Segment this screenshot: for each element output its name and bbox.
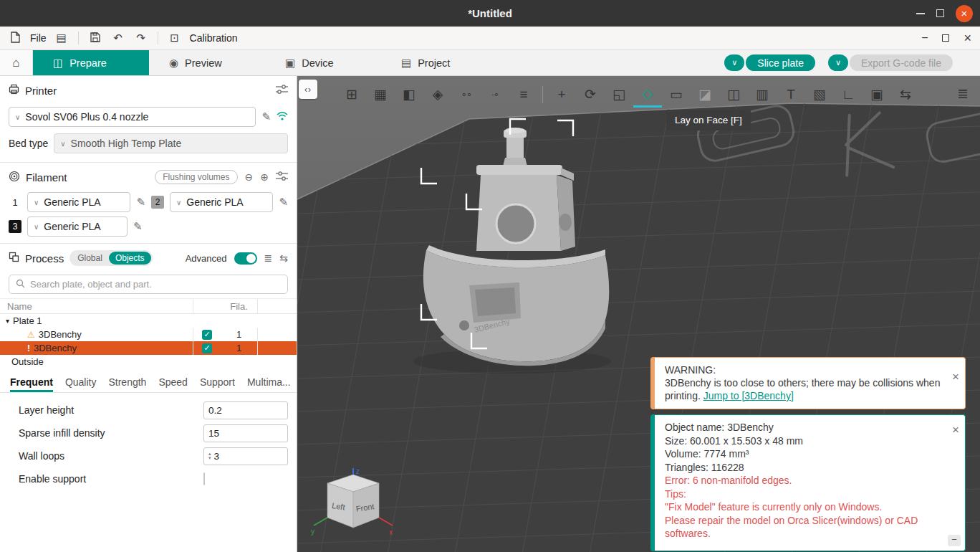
app-restore-button[interactable] (942, 34, 949, 42)
param-wall-loops: Wall loops ▴ ▾ (0, 444, 297, 467)
tab-multimaterial[interactable]: Multima... (247, 376, 291, 392)
slice-plate-button[interactable]: Slice plate (746, 54, 815, 71)
warning-message: 3DBenchy is too close to others; there m… (665, 376, 946, 402)
wifi-icon[interactable] (277, 111, 288, 123)
cut-icon[interactable]: ▭ (662, 82, 691, 107)
outside-label: Outside (0, 356, 297, 367)
save-icon[interactable] (87, 32, 103, 44)
stepper-control[interactable]: ▴ ▾ (208, 452, 211, 460)
chevron-down-icon: ∨ (176, 199, 181, 206)
add-object-icon[interactable]: ⊞ (337, 82, 366, 107)
seam-painting-icon[interactable]: ◪ (691, 82, 719, 107)
menu-icon[interactable]: ▤ (54, 32, 69, 44)
flushing-volumes-button[interactable]: Flushing volumes (155, 170, 237, 184)
stepper-down-icon[interactable]: ▾ (208, 456, 211, 460)
edit-filament-2-icon[interactable]: ✎ (279, 196, 288, 209)
sidebar-collapse-button[interactable]: ‹› (299, 80, 317, 99)
tab-support[interactable]: Support (200, 376, 235, 392)
search-input[interactable] (30, 279, 281, 290)
printer-select[interactable]: ∨ Sovol SV06 Plus 0.4 nozzle (9, 107, 256, 127)
object-name: 3DBenchy (34, 343, 77, 353)
support-painting-icon[interactable]: ◫ (719, 82, 748, 107)
close-info-icon[interactable]: × (952, 424, 959, 437)
assembly-view-icon[interactable]: ▣ (863, 82, 891, 107)
rotate-icon[interactable]: ⟳ (576, 82, 605, 107)
tab-project[interactable]: ▤ Project (381, 50, 497, 75)
arrange-icon[interactable]: ◧ (395, 82, 423, 107)
color-painting-icon[interactable]: ▥ (748, 82, 777, 107)
object-visible-checkbox[interactable]: ✓ (202, 343, 212, 353)
tab-preview[interactable]: ◉ Preview (149, 50, 265, 75)
move-icon[interactable]: + (547, 82, 576, 107)
scope-objects-button[interactable]: Objects (109, 252, 151, 265)
infill-density-input[interactable] (208, 428, 283, 439)
viewport-3d[interactable]: 3DBenchy ‹› ⊞ ▦ ◧ ◈ ∘∘ ∙∘ ≡ + ⟳ ◱ (297, 76, 980, 552)
split-to-parts-icon[interactable]: ∙∘ (481, 82, 509, 107)
app-minimize-button[interactable]: − (921, 32, 928, 44)
redo-icon[interactable]: ↷ (133, 32, 149, 44)
undo-icon[interactable]: ↶ (110, 32, 126, 44)
scope-global-button[interactable]: Global (71, 252, 109, 265)
filament-1-select[interactable]: ∨ Generic PLA (27, 192, 130, 212)
lay-on-face-icon[interactable]: ◇ (633, 81, 662, 108)
variable-layer-height-icon[interactable]: ≣ (948, 81, 977, 105)
split-to-objects-icon[interactable]: ∘∘ (452, 82, 481, 107)
bed-type-select[interactable]: ∨ Smooth High Temp Plate (54, 133, 288, 153)
object-row-2-selected[interactable]: ! 3DBenchy ✓ 1 (0, 341, 297, 355)
filament-3-select[interactable]: ∨ Generic PLA (27, 216, 128, 237)
measure-icon[interactable]: ∟ (834, 82, 863, 107)
wall-loops-input[interactable] (214, 451, 283, 462)
text-tool-icon[interactable]: T (777, 82, 805, 107)
layers-editing-icon[interactable]: ≡ (509, 82, 538, 107)
edit-filament-3-icon[interactable]: ✎ (133, 220, 143, 233)
close-warning-icon[interactable]: × (952, 371, 959, 384)
plate-row[interactable]: ▾ Plate 1 (0, 314, 297, 328)
layer-height-input[interactable] (208, 405, 283, 416)
calibration-menu[interactable]: Calibration (190, 32, 238, 44)
tab-speed[interactable]: Speed (158, 376, 187, 392)
filament-settings-icon[interactable] (276, 171, 288, 183)
add-plate-icon[interactable]: ▦ (366, 82, 395, 107)
add-filament-icon[interactable]: ⊕ (260, 171, 269, 183)
export-gcode-button[interactable]: Export G-code file (850, 54, 953, 71)
fuzzy-skin-icon[interactable]: ▧ (805, 82, 834, 107)
os-minimize-button[interactable] (916, 13, 925, 14)
advanced-toggle[interactable] (234, 252, 257, 265)
tab-strength[interactable]: Strength (108, 376, 146, 392)
printer-settings-icon[interactable] (276, 85, 288, 96)
object-filament: 1 (221, 328, 258, 341)
compare-presets-icon[interactable]: ⇆ (279, 252, 288, 264)
swap-objects-icon[interactable]: ⇆ (891, 82, 920, 107)
file-menu[interactable]: File (30, 32, 47, 44)
navigation-cube[interactable]: Left Front z y x (310, 467, 396, 542)
tab-quality[interactable]: Quality (65, 376, 97, 392)
minimize-info-icon[interactable]: − (948, 535, 961, 546)
tab-device[interactable]: ▣ Device (265, 50, 381, 75)
scale-icon[interactable]: ◱ (605, 82, 633, 107)
home-tab[interactable]: ⌂ (0, 50, 33, 75)
jump-to-object-link[interactable]: Jump to [3DBenchy] (703, 390, 794, 401)
filament-row-3: 3 ∨ Generic PLA ✎ (0, 214, 297, 239)
edit-printer-icon[interactable]: ✎ (261, 110, 271, 123)
calibration-icon[interactable]: ⊡ (167, 32, 183, 44)
process-section-header: Process Global Objects Advanced ≣ ⇆ (0, 245, 297, 271)
info-tip-2: Please repair the model on Orca Slicer(w… (665, 514, 946, 541)
enable-support-checkbox[interactable] (203, 472, 205, 485)
filament-2-select[interactable]: ∨ Generic PLA (170, 192, 273, 212)
settings-list-icon[interactable]: ≣ (264, 252, 273, 264)
collapse-triangle-icon[interactable]: ▾ (6, 317, 9, 325)
export-options-dropdown[interactable]: ∨ (828, 54, 848, 71)
auto-orient-icon[interactable]: ◈ (423, 82, 452, 107)
edit-filament-1-icon[interactable]: ✎ (136, 196, 145, 209)
new-file-icon[interactable] (7, 32, 23, 45)
param-infill-density: Sparse infill density (0, 422, 297, 444)
tab-prepare[interactable]: ◫ Prepare (33, 50, 149, 75)
os-close-button[interactable]: × (956, 5, 973, 22)
os-restore-button[interactable] (936, 9, 944, 17)
app-close-button[interactable]: × (964, 31, 971, 46)
object-row-1[interactable]: ⚠ 3DBenchy ✓ 1 (0, 328, 297, 341)
tab-frequent[interactable]: Frequent (10, 376, 53, 392)
remove-filament-icon[interactable]: ⊖ (245, 171, 254, 183)
object-visible-checkbox[interactable]: ✓ (202, 330, 212, 340)
slice-options-dropdown[interactable]: ∨ (724, 54, 744, 71)
